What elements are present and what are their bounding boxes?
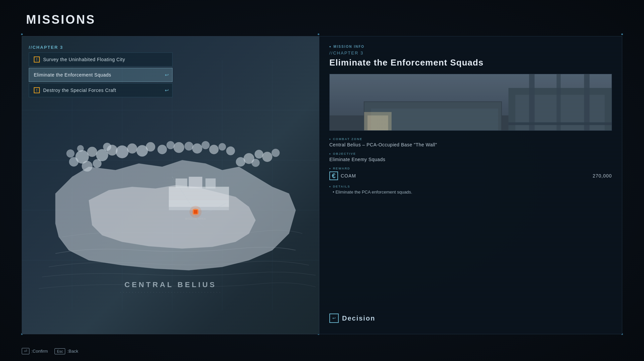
back-key: Esc [55, 348, 65, 354]
map-location-label: CENTRAL BELIUS · · · · · · · · · · · · ·… [120, 280, 221, 294]
reward-label: REWARD [329, 167, 612, 170]
combat-zone-label: COMBAT ZONE [329, 137, 612, 141]
mission-preview-image [329, 74, 612, 131]
svg-point-34 [157, 145, 167, 154]
back-label: :Back [67, 349, 78, 354]
svg-rect-13 [176, 178, 187, 188]
combat-zone-value: Central Belius – PCA-Occupied Base "The … [329, 142, 612, 147]
reward-amount: 270,000 [593, 173, 612, 178]
svg-point-35 [167, 141, 175, 149]
svg-point-37 [185, 142, 193, 150]
chapter-label: //CHAPTER 3 [29, 45, 173, 50]
confirm-label: :Confirm [31, 349, 48, 354]
svg-point-38 [192, 143, 202, 153]
reward-section: REWARD € COAM 270,000 [329, 167, 612, 180]
confirm-hint: ⏎ :Confirm [22, 348, 48, 354]
svg-point-27 [103, 143, 111, 151]
mission-info-title: Eliminate the Enforcement Squads [329, 57, 612, 68]
back-hint: Esc :Back [55, 348, 78, 354]
svg-point-31 [272, 149, 280, 157]
reward-left: € COAM [329, 171, 356, 180]
objective-section: OBJECTIVE Eliminate Enemy Squads [329, 152, 612, 162]
preview-svg [330, 74, 612, 131]
decision-icon: ↩ [329, 314, 339, 323]
currency-icon: € [329, 171, 338, 180]
mission-name-3: Destroy the Special Forces Craft [43, 88, 116, 93]
svg-point-20 [127, 143, 137, 153]
mission-name-2: Eliminate the Enforcement Squads [34, 72, 111, 78]
left-panel-map: MISSION AREA CENTRAL BELIUS · · · · · · … [22, 36, 319, 334]
svg-rect-11 [189, 177, 202, 189]
map-area: MISSION AREA CENTRAL BELIUS · · · · · · … [22, 36, 319, 334]
edge-dot-tr [621, 33, 623, 35]
svg-point-25 [67, 149, 75, 157]
svg-rect-52 [193, 210, 198, 214]
confirm-key: ⏎ [22, 348, 29, 354]
map-location-name: CENTRAL BELIUS [120, 280, 221, 289]
reward-row: € COAM 270,000 [329, 171, 612, 180]
svg-point-40 [209, 145, 219, 154]
combat-zone-section: COMBAT ZONE Central Belius – PCA-Occupie… [329, 137, 612, 147]
svg-rect-12 [206, 178, 216, 189]
svg-point-32 [236, 157, 245, 166]
svg-point-23 [82, 161, 93, 171]
svg-point-24 [93, 159, 102, 168]
mission-item-1[interactable]: ! Survey the Uninhabited Floating City [29, 52, 173, 67]
mission-arrow-3: ↩ [165, 88, 169, 93]
mission-item-2[interactable]: Eliminate the Enforcement Squads ↩ [29, 68, 173, 82]
page-title: MISSIONS [26, 13, 96, 27]
mission-info-section-label: MISSION INFO [329, 45, 612, 48]
edge-dot-mid-t [318, 33, 319, 35]
svg-point-41 [219, 143, 226, 150]
reward-currency-name: COAM [341, 173, 356, 178]
svg-point-22 [146, 142, 155, 151]
details-label: DETAILS [329, 185, 612, 188]
mission-item-3[interactable]: ! Destroy the Special Forces Craft ↩ [29, 83, 173, 97]
decision-button[interactable]: ↩ Decision [329, 311, 612, 326]
objective-label: OBJECTIVE [329, 152, 612, 155]
mission-name-1: Survey the Uninhabited Floating City [43, 57, 125, 62]
svg-point-36 [174, 142, 184, 153]
mission-icon-1: ! [34, 56, 40, 63]
detail-item-1: Eliminate the PCA enforcement squads. [329, 190, 612, 195]
svg-point-33 [251, 159, 259, 167]
svg-point-15 [87, 147, 97, 157]
objective-value: Eliminate Enemy Squads [329, 157, 612, 162]
svg-point-42 [226, 146, 235, 155]
map-location-sub: · · · · · · · · · · · · · · · · · · · · … [120, 290, 221, 294]
mission-list: //CHAPTER 3 ! Survey the Uninhabited Flo… [29, 45, 173, 99]
main-content: MISSION AREA CENTRAL BELIUS · · · · · · … [22, 36, 622, 334]
svg-text:MISSION AREA: MISSION AREA [185, 218, 206, 220]
svg-point-29 [254, 150, 263, 158]
details-section: DETAILS Eliminate the PCA enforcement sq… [329, 185, 612, 196]
svg-point-30 [262, 152, 272, 162]
bottom-bar: ⏎ :Confirm Esc :Back [22, 348, 78, 354]
mission-arrow-2: ↩ [165, 72, 169, 78]
decision-label: Decision [342, 315, 375, 322]
svg-point-18 [69, 157, 79, 166]
edge-dot-tl [21, 33, 23, 35]
right-panel-info: MISSION INFO //CHAPTER 3 Eliminate the E… [319, 36, 622, 334]
mission-info-chapter: //CHAPTER 3 [329, 50, 612, 55]
svg-point-19 [116, 145, 128, 158]
svg-point-39 [202, 141, 210, 149]
svg-point-26 [77, 145, 84, 152]
svg-rect-71 [330, 74, 612, 131]
mission-icon-3: ! [34, 87, 40, 93]
